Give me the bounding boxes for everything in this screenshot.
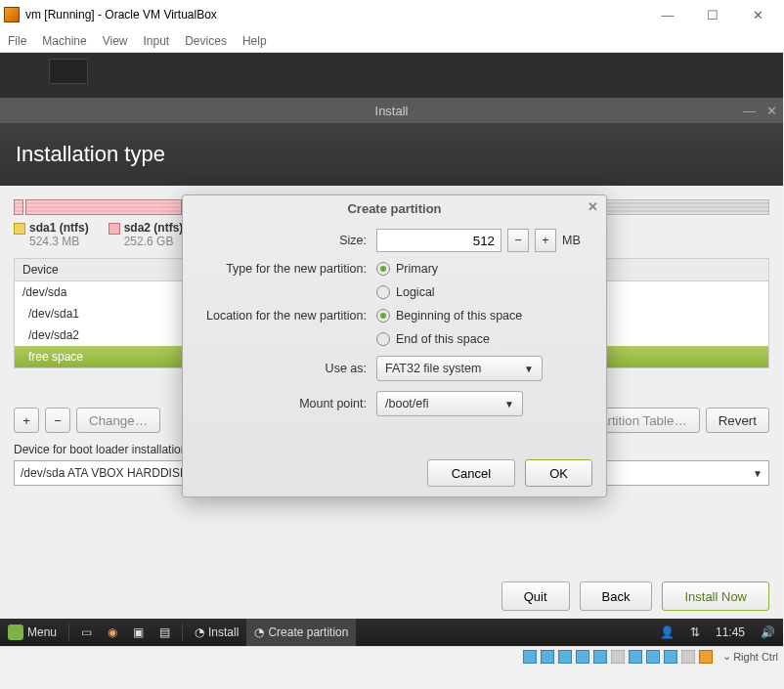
host-key-indicator: ⌄ Right Ctrl bbox=[722, 650, 778, 663]
partition-location-label: Location for the new partition: bbox=[191, 309, 376, 323]
dialog-close-icon[interactable]: ✕ bbox=[588, 199, 598, 214]
size-decrement-button[interactable]: − bbox=[507, 229, 529, 252]
dialog-cancel-button[interactable]: Cancel bbox=[427, 459, 515, 487]
size-input[interactable] bbox=[376, 229, 501, 252]
vbox-menubar: File Machine View Input Devices Help bbox=[0, 29, 784, 53]
radio-logical[interactable] bbox=[376, 285, 390, 299]
install-window-title: Install bbox=[375, 104, 409, 118]
desktop-monitor-icon bbox=[49, 59, 88, 84]
status-audio-icon[interactable] bbox=[558, 650, 572, 664]
install-min-icon[interactable]: — bbox=[743, 104, 756, 118]
terminal-icon[interactable]: ▣ bbox=[125, 619, 152, 646]
install-heading: Installation type bbox=[0, 123, 783, 186]
dialog-ok-button[interactable]: OK bbox=[525, 459, 592, 487]
legend-sda2: sda2 (ntfs)252.6 GB bbox=[109, 221, 184, 248]
menu-machine[interactable]: Machine bbox=[42, 34, 86, 48]
menu-input[interactable]: Input bbox=[144, 34, 170, 48]
dialog-title: Create partition bbox=[347, 201, 441, 216]
vbox-window-title: vm [Running] - Oracle VM VirtualBox bbox=[25, 8, 645, 22]
back-button[interactable]: Back bbox=[580, 581, 653, 611]
install-close-icon[interactable]: ✕ bbox=[766, 104, 777, 118]
radio-end[interactable] bbox=[376, 332, 390, 346]
remove-partition-button[interactable]: − bbox=[45, 408, 70, 433]
vbox-titlebar: vm [Running] - Oracle VM VirtualBox — ☐ … bbox=[0, 0, 784, 29]
add-partition-button[interactable]: + bbox=[14, 408, 39, 433]
partition-type-label: Type for the new partition: bbox=[191, 262, 376, 276]
guest-screen: Install — ✕ Installation type sda1 (ntfs… bbox=[0, 53, 783, 646]
revert-button[interactable]: Revert bbox=[706, 408, 769, 433]
taskbar: Menu ▭ ◉ ▣ ▤ ◔ Install ◔ Create partitio… bbox=[0, 619, 783, 646]
status-network-icon[interactable] bbox=[576, 650, 589, 664]
install-now-button[interactable]: Install Now bbox=[662, 581, 769, 611]
status-recording-icon[interactable] bbox=[646, 650, 660, 664]
mount-point-label: Mount point: bbox=[191, 397, 376, 410]
disk-seg-sda1 bbox=[14, 199, 23, 215]
use-as-select[interactable]: FAT32 file system▼ bbox=[376, 356, 543, 381]
show-desktop-icon[interactable]: ▭ bbox=[73, 619, 100, 646]
status-mouse-icon[interactable] bbox=[681, 650, 695, 664]
install-titlebar[interactable]: Install — ✕ bbox=[0, 98, 783, 123]
size-label: Size: bbox=[191, 234, 376, 247]
size-unit: MB bbox=[562, 234, 581, 247]
status-display-icon[interactable] bbox=[629, 650, 642, 664]
chevron-down-icon: ▼ bbox=[524, 364, 534, 374]
start-menu-button[interactable]: Menu bbox=[0, 619, 65, 646]
install-footer: Quit Back Install Now bbox=[501, 581, 769, 611]
dialog-titlebar[interactable]: Create partition ✕ bbox=[183, 195, 606, 221]
menu-devices[interactable]: Devices bbox=[185, 34, 227, 48]
legend-sda1: sda1 (ntfs)524.3 MB bbox=[14, 221, 89, 248]
mount-point-combo[interactable]: /boot/efi▼ bbox=[376, 391, 523, 416]
radio-beginning[interactable] bbox=[376, 309, 390, 323]
firefox-icon[interactable]: ◉ bbox=[100, 619, 125, 646]
maximize-button[interactable]: ☐ bbox=[690, 0, 735, 29]
taskbar-item-install[interactable]: ◔ Install bbox=[187, 619, 246, 646]
tray-user-icon[interactable]: 👤 bbox=[652, 619, 682, 646]
status-clipboard-icon[interactable] bbox=[699, 650, 713, 664]
status-optical-icon[interactable] bbox=[541, 650, 554, 664]
disk-seg-sda2 bbox=[25, 199, 182, 215]
status-hdd-icon[interactable] bbox=[523, 650, 537, 664]
menu-help[interactable]: Help bbox=[242, 34, 267, 48]
tray-volume-icon[interactable]: 🔊 bbox=[753, 619, 783, 646]
tray-network-icon[interactable]: ⇅ bbox=[682, 619, 708, 646]
vbox-app-icon bbox=[4, 7, 20, 22]
status-cpu-icon[interactable] bbox=[664, 650, 677, 664]
files-icon[interactable]: ▤ bbox=[152, 619, 178, 646]
vbox-statusbar: ⌄ Right Ctrl bbox=[0, 646, 784, 666]
close-button[interactable]: ✕ bbox=[735, 0, 780, 29]
status-usb-icon[interactable] bbox=[593, 650, 607, 664]
minimize-button[interactable]: — bbox=[645, 0, 690, 29]
menu-view[interactable]: View bbox=[103, 34, 128, 48]
quit-button[interactable]: Quit bbox=[501, 581, 570, 611]
status-shared-folders-icon[interactable] bbox=[611, 650, 625, 664]
change-partition-button[interactable]: Change… bbox=[76, 408, 160, 433]
menu-file[interactable]: File bbox=[8, 34, 26, 48]
chevron-down-icon: ▼ bbox=[753, 468, 762, 479]
taskbar-clock[interactable]: 11:45 bbox=[708, 625, 753, 639]
radio-primary[interactable] bbox=[376, 262, 390, 276]
size-increment-button[interactable]: + bbox=[535, 229, 556, 252]
chevron-down-icon: ▼ bbox=[504, 399, 514, 409]
use-as-label: Use as: bbox=[191, 362, 376, 375]
taskbar-item-create-partition[interactable]: ◔ Create partition bbox=[246, 619, 356, 646]
create-partition-dialog: Create partition ✕ Size: − + MB Type for… bbox=[182, 194, 607, 497]
mint-logo-icon bbox=[8, 624, 23, 640]
